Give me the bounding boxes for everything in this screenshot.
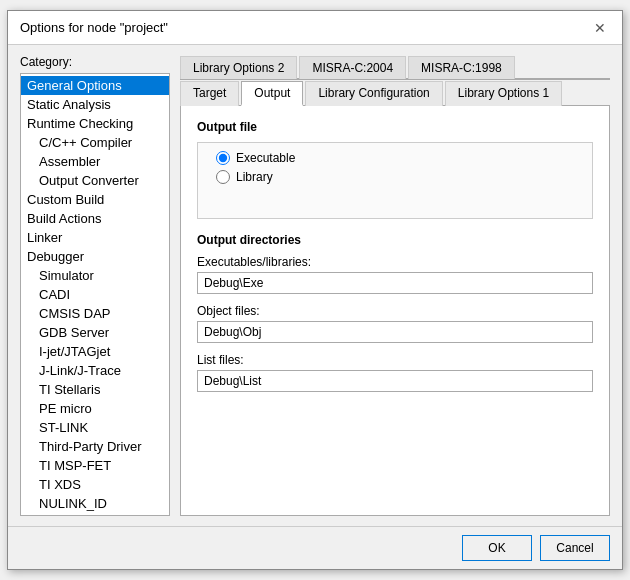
dialog-body: Category: General OptionsStatic Analysis…: [8, 45, 622, 526]
main-content: Library Options 2MISRA-C:2004MISRA-C:199…: [180, 55, 610, 516]
sidebar-item[interactable]: Custom Build: [21, 190, 169, 209]
tab-row1[interactable]: MISRA-C:2004: [299, 56, 406, 79]
cancel-button[interactable]: Cancel: [540, 535, 610, 561]
output-file-box: Executable Library: [197, 142, 593, 219]
sidebar-item[interactable]: CMSIS DAP: [21, 304, 169, 323]
executables-input[interactable]: [197, 272, 593, 294]
sidebar: Category: General OptionsStatic Analysis…: [20, 55, 170, 516]
tab-row2[interactable]: Library Options 1: [445, 81, 562, 106]
tab-row2[interactable]: Library Configuration: [305, 81, 442, 106]
sidebar-item[interactable]: TI MSP-FET: [21, 456, 169, 475]
tab-content: Output file Executable Library: [180, 106, 610, 516]
executable-radio[interactable]: [216, 151, 230, 165]
output-dirs-title: Output directories: [197, 233, 593, 247]
library-label: Library: [236, 170, 273, 184]
tab-row2[interactable]: Output: [241, 81, 303, 106]
list-files-label: List files:: [197, 353, 593, 367]
tab-row1[interactable]: MISRA-C:1998: [408, 56, 515, 79]
sidebar-item[interactable]: General Options: [21, 76, 169, 95]
output-dirs-section: Output directories Executables/libraries…: [197, 233, 593, 392]
options-dialog: Options for node "project" ✕ Category: G…: [7, 10, 623, 570]
executables-label: Executables/libraries:: [197, 255, 593, 269]
output-radio-group: Executable Library: [216, 151, 582, 194]
object-files-label: Object files:: [197, 304, 593, 318]
sidebar-item[interactable]: Output Converter: [21, 171, 169, 190]
sidebar-item[interactable]: GDB Server: [21, 323, 169, 342]
executable-option[interactable]: Executable: [216, 151, 582, 165]
sidebar-item[interactable]: TI Stellaris: [21, 380, 169, 399]
ok-button[interactable]: OK: [462, 535, 532, 561]
sidebar-item[interactable]: I-jet/JTAGjet: [21, 342, 169, 361]
tabs-row-2: TargetOutputLibrary ConfigurationLibrary…: [180, 80, 610, 106]
library-option[interactable]: Library: [216, 170, 582, 184]
sidebar-item[interactable]: Third-Party Driver: [21, 437, 169, 456]
object-files-input[interactable]: [197, 321, 593, 343]
tab-row1[interactable]: Library Options 2: [180, 56, 297, 79]
sidebar-list: General OptionsStatic AnalysisRuntime Ch…: [20, 73, 170, 516]
object-files-field: Object files:: [197, 304, 593, 343]
list-files-field: List files:: [197, 353, 593, 392]
list-files-input[interactable]: [197, 370, 593, 392]
sidebar-item[interactable]: J-Link/J-Trace: [21, 361, 169, 380]
category-label: Category:: [20, 55, 170, 69]
sidebar-item[interactable]: C/C++ Compiler: [21, 133, 169, 152]
sidebar-item[interactable]: CADI: [21, 285, 169, 304]
dialog-footer: OK Cancel: [8, 526, 622, 569]
close-button[interactable]: ✕: [590, 18, 610, 38]
sidebar-item[interactable]: Static Analysis: [21, 95, 169, 114]
executable-label: Executable: [236, 151, 295, 165]
output-file-title: Output file: [197, 120, 593, 134]
title-bar: Options for node "project" ✕: [8, 11, 622, 45]
sidebar-item[interactable]: Build Actions: [21, 209, 169, 228]
sidebar-item[interactable]: PE micro: [21, 399, 169, 418]
sidebar-item[interactable]: Runtime Checking: [21, 114, 169, 133]
sidebar-item[interactable]: Debugger: [21, 247, 169, 266]
sidebar-item[interactable]: NULINK_ID: [21, 494, 169, 513]
sidebar-item[interactable]: Assembler: [21, 152, 169, 171]
executables-field: Executables/libraries:: [197, 255, 593, 294]
sidebar-item[interactable]: Linker: [21, 228, 169, 247]
dialog-title: Options for node "project": [20, 20, 168, 35]
sidebar-item[interactable]: ST-LINK: [21, 418, 169, 437]
sidebar-item[interactable]: TI XDS: [21, 475, 169, 494]
library-radio[interactable]: [216, 170, 230, 184]
sidebar-item[interactable]: Simulator: [21, 266, 169, 285]
tab-row2[interactable]: Target: [180, 81, 239, 106]
tabs-row-1: Library Options 2MISRA-C:2004MISRA-C:199…: [180, 55, 610, 80]
